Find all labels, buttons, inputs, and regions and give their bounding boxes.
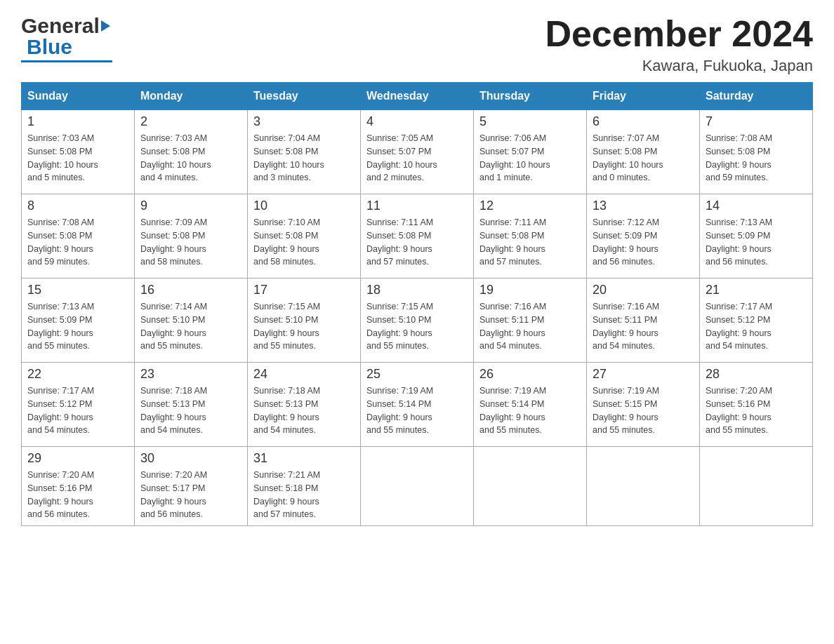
calendar-cell: 13Sunrise: 7:12 AMSunset: 5:09 PMDayligh…: [587, 194, 700, 279]
day-number: 4: [366, 114, 468, 129]
day-info: Sunrise: 7:19 AMSunset: 5:15 PMDaylight:…: [593, 384, 694, 437]
day-number: 17: [253, 283, 355, 297]
calendar-cell: 15Sunrise: 7:13 AMSunset: 5:09 PMDayligh…: [22, 279, 135, 363]
calendar-cell: 24Sunrise: 7:18 AMSunset: 5:13 PMDayligh…: [248, 363, 361, 447]
logo-triangle-icon: [101, 20, 110, 32]
calendar-table: Sunday Monday Tuesday Wednesday Thursday…: [21, 82, 813, 526]
logo-general-text: General: [21, 14, 100, 38]
day-number: 10: [253, 199, 355, 213]
calendar-cell: 5Sunrise: 7:06 AMSunset: 5:07 PMDaylight…: [474, 110, 587, 194]
calendar-cell: 8Sunrise: 7:08 AMSunset: 5:08 PMDaylight…: [22, 194, 135, 279]
day-info: Sunrise: 7:18 AMSunset: 5:13 PMDaylight:…: [253, 384, 355, 437]
calendar-cell: 16Sunrise: 7:14 AMSunset: 5:10 PMDayligh…: [135, 279, 248, 363]
day-number: 9: [140, 199, 241, 213]
day-number: 24: [253, 367, 355, 382]
title-section: December 2024 Kawara, Fukuoka, Japan: [545, 14, 813, 75]
day-number: 14: [706, 199, 807, 213]
day-number: 15: [27, 283, 128, 297]
col-tuesday: Tuesday: [248, 83, 361, 110]
calendar-cell: 1Sunrise: 7:03 AMSunset: 5:08 PMDaylight…: [22, 110, 135, 194]
day-info: Sunrise: 7:19 AMSunset: 5:14 PMDaylight:…: [479, 384, 581, 437]
day-info: Sunrise: 7:20 AMSunset: 5:17 PMDaylight:…: [140, 469, 241, 521]
day-number: 23: [140, 367, 241, 382]
calendar-week-row: 29Sunrise: 7:20 AMSunset: 5:16 PMDayligh…: [22, 447, 813, 526]
day-info: Sunrise: 7:13 AMSunset: 5:09 PMDaylight:…: [706, 216, 807, 269]
calendar-cell: 2Sunrise: 7:03 AMSunset: 5:08 PMDaylight…: [135, 110, 248, 194]
day-info: Sunrise: 7:08 AMSunset: 5:08 PMDaylight:…: [706, 132, 807, 185]
day-info: Sunrise: 7:20 AMSunset: 5:16 PMDaylight:…: [706, 384, 807, 437]
calendar-cell: 18Sunrise: 7:15 AMSunset: 5:10 PMDayligh…: [361, 279, 474, 363]
day-info: Sunrise: 7:08 AMSunset: 5:08 PMDaylight:…: [27, 216, 128, 269]
day-info: Sunrise: 7:03 AMSunset: 5:08 PMDaylight:…: [27, 132, 128, 185]
day-number: 25: [366, 367, 468, 382]
calendar-cell: 21Sunrise: 7:17 AMSunset: 5:12 PMDayligh…: [700, 279, 813, 363]
calendar-cell: 11Sunrise: 7:11 AMSunset: 5:08 PMDayligh…: [361, 194, 474, 279]
calendar-cell: 12Sunrise: 7:11 AMSunset: 5:08 PMDayligh…: [474, 194, 587, 279]
calendar-cell: [587, 447, 700, 526]
calendar-cell: 29Sunrise: 7:20 AMSunset: 5:16 PMDayligh…: [22, 447, 135, 526]
calendar-cell: 27Sunrise: 7:19 AMSunset: 5:15 PMDayligh…: [587, 363, 700, 447]
day-number: 28: [706, 367, 807, 382]
day-info: Sunrise: 7:16 AMSunset: 5:11 PMDaylight:…: [479, 300, 581, 353]
day-number: 26: [479, 367, 581, 382]
calendar-week-row: 22Sunrise: 7:17 AMSunset: 5:12 PMDayligh…: [22, 363, 813, 447]
logo: General Blue: [21, 14, 112, 62]
calendar-cell: 20Sunrise: 7:16 AMSunset: 5:11 PMDayligh…: [587, 279, 700, 363]
calendar-cell: [361, 447, 474, 526]
day-info: Sunrise: 7:05 AMSunset: 5:07 PMDaylight:…: [366, 132, 468, 185]
calendar-cell: 14Sunrise: 7:13 AMSunset: 5:09 PMDayligh…: [700, 194, 813, 279]
day-info: Sunrise: 7:07 AMSunset: 5:08 PMDaylight:…: [593, 132, 694, 185]
day-number: 29: [27, 451, 128, 466]
day-info: Sunrise: 7:19 AMSunset: 5:14 PMDaylight:…: [366, 384, 468, 437]
col-monday: Monday: [135, 83, 248, 110]
day-number: 6: [593, 114, 694, 129]
page-header: General Blue December 2024 Kawara, Fukuo…: [21, 14, 813, 75]
day-number: 20: [593, 283, 694, 297]
calendar-cell: 23Sunrise: 7:18 AMSunset: 5:13 PMDayligh…: [135, 363, 248, 447]
day-info: Sunrise: 7:13 AMSunset: 5:09 PMDaylight:…: [27, 300, 128, 353]
calendar-cell: 28Sunrise: 7:20 AMSunset: 5:16 PMDayligh…: [700, 363, 813, 447]
day-number: 19: [479, 283, 581, 297]
day-number: 16: [140, 283, 241, 297]
logo-blue-text: Blue: [27, 35, 72, 59]
col-saturday: Saturday: [700, 83, 813, 110]
calendar-week-row: 15Sunrise: 7:13 AMSunset: 5:09 PMDayligh…: [22, 279, 813, 363]
day-info: Sunrise: 7:11 AMSunset: 5:08 PMDaylight:…: [479, 216, 581, 269]
calendar-cell: 4Sunrise: 7:05 AMSunset: 5:07 PMDaylight…: [361, 110, 474, 194]
calendar-cell: 25Sunrise: 7:19 AMSunset: 5:14 PMDayligh…: [361, 363, 474, 447]
day-number: 18: [366, 283, 468, 297]
day-info: Sunrise: 7:04 AMSunset: 5:08 PMDaylight:…: [253, 132, 355, 185]
calendar-cell: 10Sunrise: 7:10 AMSunset: 5:08 PMDayligh…: [248, 194, 361, 279]
col-thursday: Thursday: [474, 83, 587, 110]
day-number: 1: [27, 114, 128, 129]
col-friday: Friday: [587, 83, 700, 110]
day-number: 5: [479, 114, 581, 129]
calendar-week-row: 8Sunrise: 7:08 AMSunset: 5:08 PMDaylight…: [22, 194, 813, 279]
calendar-subtitle: Kawara, Fukuoka, Japan: [545, 57, 813, 75]
calendar-cell: 22Sunrise: 7:17 AMSunset: 5:12 PMDayligh…: [22, 363, 135, 447]
day-number: 21: [706, 283, 807, 297]
day-info: Sunrise: 7:16 AMSunset: 5:11 PMDaylight:…: [593, 300, 694, 353]
day-info: Sunrise: 7:10 AMSunset: 5:08 PMDaylight:…: [253, 216, 355, 269]
day-info: Sunrise: 7:17 AMSunset: 5:12 PMDaylight:…: [706, 300, 807, 353]
day-info: Sunrise: 7:21 AMSunset: 5:18 PMDaylight:…: [253, 469, 355, 521]
calendar-cell: [700, 447, 813, 526]
day-number: 3: [253, 114, 355, 129]
calendar-cell: 17Sunrise: 7:15 AMSunset: 5:10 PMDayligh…: [248, 279, 361, 363]
day-info: Sunrise: 7:20 AMSunset: 5:16 PMDaylight:…: [27, 469, 128, 521]
day-number: 30: [140, 451, 241, 466]
calendar-cell: 3Sunrise: 7:04 AMSunset: 5:08 PMDaylight…: [248, 110, 361, 194]
day-number: 31: [253, 451, 355, 466]
day-info: Sunrise: 7:09 AMSunset: 5:08 PMDaylight:…: [140, 216, 241, 269]
day-number: 11: [366, 199, 468, 213]
day-info: Sunrise: 7:15 AMSunset: 5:10 PMDaylight:…: [366, 300, 468, 353]
col-sunday: Sunday: [22, 83, 135, 110]
day-number: 2: [140, 114, 241, 129]
day-info: Sunrise: 7:15 AMSunset: 5:10 PMDaylight:…: [253, 300, 355, 353]
day-info: Sunrise: 7:18 AMSunset: 5:13 PMDaylight:…: [140, 384, 241, 437]
day-number: 12: [479, 199, 581, 213]
calendar-header-row: Sunday Monday Tuesday Wednesday Thursday…: [22, 83, 813, 110]
calendar-cell: 9Sunrise: 7:09 AMSunset: 5:08 PMDaylight…: [135, 194, 248, 279]
day-info: Sunrise: 7:06 AMSunset: 5:07 PMDaylight:…: [479, 132, 581, 185]
col-wednesday: Wednesday: [361, 83, 474, 110]
